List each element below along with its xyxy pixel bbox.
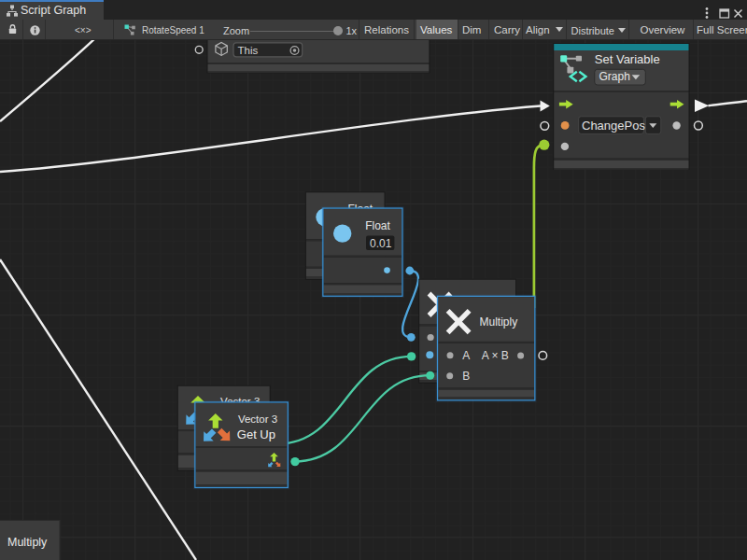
svg-text:Vector 3: Vector 3 <box>238 413 277 425</box>
svg-text:Multiply: Multiply <box>480 315 518 329</box>
svg-text:Set Variable: Set Variable <box>595 52 660 66</box>
svg-text:ChangePos: ChangePos <box>582 119 645 133</box>
svg-text:Float: Float <box>365 219 390 232</box>
svg-text:Get Up: Get Up <box>237 427 275 441</box>
svg-text:B: B <box>462 370 470 383</box>
svg-text:A × B: A × B <box>482 349 509 362</box>
svg-text:Multiply: Multiply <box>7 536 48 549</box>
svg-text:A: A <box>462 349 470 362</box>
svg-text:Graph: Graph <box>599 70 630 83</box>
svg-text:0.01: 0.01 <box>370 237 392 250</box>
svg-text:This: This <box>238 45 259 56</box>
